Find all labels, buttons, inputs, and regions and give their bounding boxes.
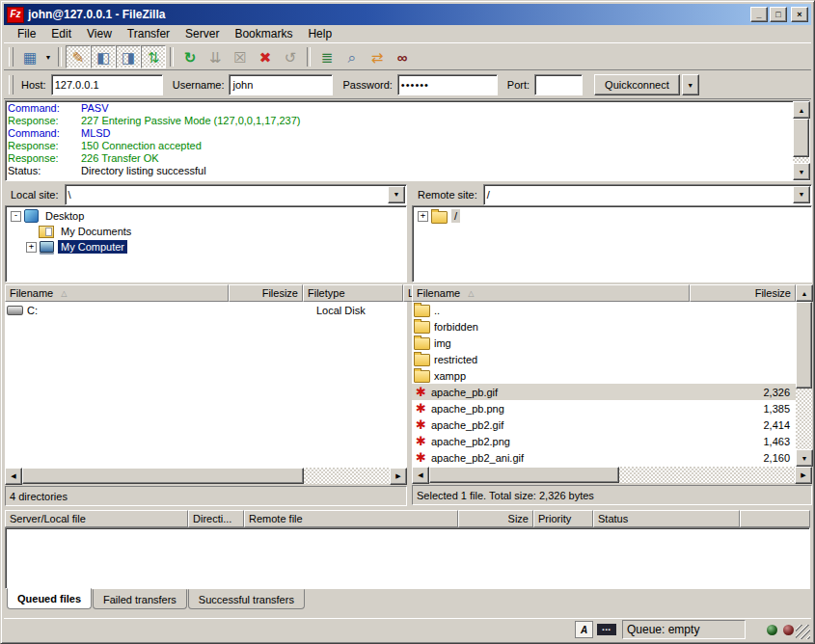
resize-grip[interactable] (796, 625, 810, 639)
column-status[interactable]: Status (593, 510, 740, 527)
local-file-row[interactable]: C: Local Disk (5, 302, 407, 318)
local-list-body: C: Local Disk (5, 302, 407, 468)
transfer-queue: Server/Local file Directi... Remote file… (5, 510, 810, 610)
message-log: Command:PASV Response:227 Entering Passi… (5, 100, 810, 181)
column-filename[interactable]: Filename△ (5, 284, 229, 302)
menu-help[interactable]: Help (300, 25, 340, 42)
cancel-operation-button[interactable]: ☒ (228, 45, 253, 68)
remote-file-row-selected[interactable]: ✱apache_pb.gif2,326 (412, 384, 796, 400)
toggle-queue-button[interactable]: ⇅ (141, 45, 166, 68)
column-filesize[interactable]: Filesize (229, 284, 303, 302)
username-input[interactable] (229, 74, 333, 95)
ascii-datatype-icon[interactable]: A (575, 621, 593, 638)
tab-queued-files[interactable]: Queued files (7, 588, 92, 609)
column-priority[interactable]: Priority (533, 510, 593, 527)
tree-item-my-documents[interactable]: My Documents (6, 224, 406, 239)
scroll-down-icon[interactable]: ▼ (796, 449, 813, 467)
quickconnect-dropdown[interactable]: ▼ (682, 74, 699, 95)
expand-icon[interactable]: + (418, 211, 428, 222)
chevron-down-icon[interactable]: ▼ (388, 186, 405, 203)
column-server-local-file[interactable]: Server/Local file (5, 510, 188, 527)
site-manager-button[interactable]: ▦ (17, 45, 42, 68)
column-filesize[interactable]: Filesize (690, 284, 796, 302)
scrollbar-thumb[interactable] (796, 302, 812, 389)
remote-tree-icon: ◨ (122, 50, 135, 65)
menu-edit[interactable]: Edit (43, 25, 79, 42)
port-input[interactable] (534, 74, 583, 95)
menu-server[interactable]: Server (177, 25, 227, 42)
remote-file-row[interactable]: img (412, 335, 796, 351)
scroll-left-icon[interactable]: ◀ (412, 467, 429, 484)
disconnect-button[interactable]: ✖ (253, 45, 278, 68)
collapse-icon[interactable]: - (11, 211, 21, 222)
menu-view[interactable]: View (79, 25, 120, 42)
menu-transfer[interactable]: Transfer (120, 25, 177, 42)
tab-successful-transfers[interactable]: Successful transfers (188, 589, 305, 609)
synchronized-browsing-button[interactable]: ⇄ (365, 45, 390, 68)
remote-vertical-scrollbar[interactable]: ▲ ▼ (796, 284, 812, 467)
local-status-text: 4 directories (5, 486, 407, 506)
scroll-left-icon[interactable]: ◀ (5, 468, 22, 485)
menu-bookmarks[interactable]: Bookmarks (227, 25, 300, 42)
scrollbar-thumb[interactable] (793, 119, 809, 157)
tree-item-desktop[interactable]: - Desktop (6, 208, 406, 224)
scrollbar-thumb[interactable] (22, 468, 304, 484)
scrollbar-thumb[interactable] (429, 467, 619, 483)
column-filetype[interactable]: Filetype (303, 284, 403, 302)
column-filename[interactable]: Filename△ (412, 284, 690, 302)
remote-site-combobox[interactable]: / ▼ (483, 184, 812, 205)
toggle-remote-tree-button[interactable]: ◨ (116, 45, 141, 68)
minimize-button[interactable]: _ (750, 7, 768, 22)
column-spacer (740, 510, 810, 527)
remote-horizontal-scrollbar[interactable]: ◀ ▶ (412, 467, 812, 483)
scroll-right-icon[interactable]: ▶ (795, 467, 812, 484)
cancel-icon: ☒ (233, 50, 246, 65)
column-direction[interactable]: Directi... (188, 510, 244, 527)
site-manager-dropdown[interactable]: ▼ (42, 46, 54, 67)
host-input[interactable] (51, 74, 163, 95)
toolbar-grip[interactable] (9, 47, 14, 67)
menu-file[interactable]: File (10, 25, 43, 42)
queue-list-body (5, 527, 810, 589)
quickbar-grip[interactable] (9, 75, 14, 94)
expand-icon[interactable]: + (26, 242, 37, 253)
remote-file-row[interactable]: xampp (412, 367, 796, 384)
chevron-down-icon[interactable]: ▼ (793, 186, 810, 203)
find-files-button[interactable]: ∞ (390, 45, 415, 68)
remote-directory-tree: + / (412, 205, 812, 282)
scroll-right-icon[interactable]: ▶ (390, 468, 407, 485)
status-bar: A ▪▪▪ Queue: empty (4, 618, 811, 640)
process-queue-button[interactable]: ⇊ (203, 45, 228, 68)
remote-file-row[interactable]: ✱apache_pb.png1,385 (412, 400, 796, 416)
password-input[interactable] (397, 74, 498, 95)
column-remote-file[interactable]: Remote file (244, 510, 458, 527)
tree-item-my-computer[interactable]: + My Computer (6, 239, 406, 255)
remote-file-row[interactable]: forbidden (412, 318, 796, 335)
refresh-button[interactable]: ↻ (177, 45, 203, 68)
column-size[interactable]: Size (458, 510, 533, 527)
filter-button[interactable]: ≣ (314, 45, 340, 68)
binoculars-icon: ∞ (397, 50, 408, 65)
scroll-up-icon[interactable]: ▲ (796, 284, 813, 302)
remote-file-row[interactable]: .. (412, 302, 796, 318)
toggle-message-log-button[interactable]: ✎ (66, 45, 91, 68)
tree-item-root[interactable]: + / (413, 208, 811, 224)
remote-file-row[interactable]: restricted (412, 351, 796, 367)
toggle-local-tree-button[interactable]: ◧ (91, 45, 116, 68)
directory-comparison-button[interactable]: ⌕ (340, 45, 365, 68)
reconnect-button[interactable]: ↺ (278, 45, 303, 68)
tab-failed-transfers[interactable]: Failed transfers (93, 589, 187, 609)
log-line: Status:Directory listing successful (8, 165, 793, 177)
close-button[interactable]: × (791, 7, 808, 22)
local-site-combobox[interactable]: \ ▼ (65, 184, 407, 205)
scroll-up-icon[interactable]: ▲ (793, 101, 810, 119)
scroll-down-icon[interactable]: ▼ (793, 163, 810, 180)
quickconnect-button[interactable]: Quickconnect (594, 74, 680, 95)
remote-file-row[interactable]: ✱apache_pb2.gif2,414 (412, 416, 796, 433)
speed-limit-icon[interactable]: ▪▪▪ (597, 624, 616, 635)
remote-file-row[interactable]: ✱apache_pb2_ani.gif2,160 (412, 449, 796, 466)
local-horizontal-scrollbar[interactable]: ◀ ▶ (5, 468, 407, 484)
remote-file-row[interactable]: ✱apache_pb2.png1,463 (412, 433, 796, 449)
log-scrollbar[interactable]: ▲ ▼ (793, 101, 809, 180)
maximize-button[interactable]: □ (770, 7, 787, 22)
